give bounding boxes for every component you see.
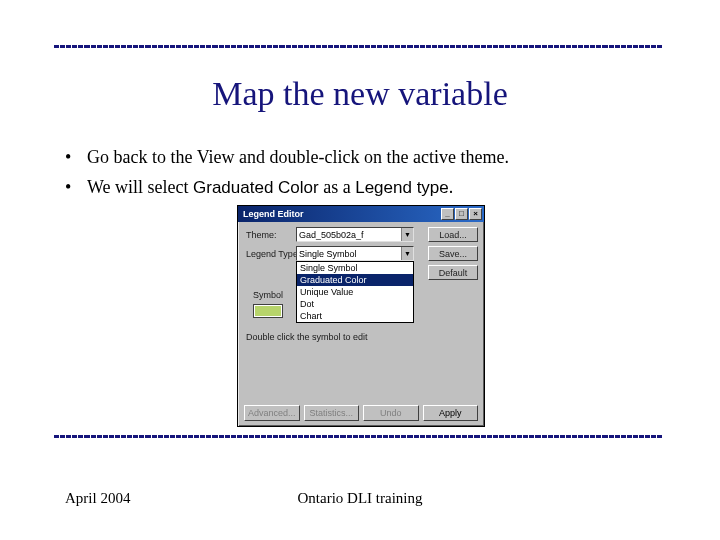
slide: Map the new variable • Go back to the Vi… [0,0,720,540]
middle-divider [54,435,664,438]
bullet-dot: • [65,145,87,169]
bullet-item: • Go back to the View and double-click o… [65,145,655,169]
bullet-fragment: Legend type [355,178,449,197]
statistics-button[interactable]: Statistics... [304,405,360,421]
symbol-label: Symbol [253,290,283,300]
doubleclick-hint: Double click the symbol to edit [246,332,368,342]
bullet-dot: • [65,175,87,200]
close-button[interactable]: × [469,208,482,220]
apply-button[interactable]: Apply [423,405,479,421]
option-single-symbol[interactable]: Single Symbol [297,262,413,274]
option-graduated-color[interactable]: Graduated Color [297,274,413,286]
option-dot[interactable]: Dot [297,298,413,310]
minimize-button[interactable]: _ [441,208,454,220]
top-divider [54,45,664,48]
bullet-fragment: We will select [87,177,193,197]
advanced-button[interactable]: Advanced... [244,405,300,421]
chevron-down-icon[interactable]: ▼ [401,247,413,260]
legend-type-options: Single Symbol Graduated Color Unique Val… [296,261,414,323]
bullet-fragment: Graduated Color [193,178,319,197]
bullet-fragment: as a [319,177,355,197]
footer-center: Ontario DLI training [0,490,720,507]
default-button[interactable]: Default [428,265,478,280]
save-button[interactable]: Save... [428,246,478,261]
bullet-text: Go back to the View and double-click on … [87,145,655,169]
load-button[interactable]: Load... [428,227,478,242]
bullet-fragment: . [449,177,454,197]
theme-label: Theme: [246,230,277,240]
symbol-swatch[interactable] [253,304,283,318]
theme-dropdown[interactable]: Gad_505b02a_f ▼ [296,227,414,242]
bullet-text: We will select Graduated Color as a Lege… [87,175,655,200]
dialog-body: Theme: Gad_505b02a_f ▼ Legend Type: Sing… [238,222,484,426]
chevron-down-icon[interactable]: ▼ [401,228,413,241]
page-title: Map the new variable [0,75,720,113]
theme-value: Gad_505b02a_f [299,230,364,240]
dialog-bottom-bar: Advanced... Statistics... Undo Apply [244,405,478,421]
option-unique-value[interactable]: Unique Value [297,286,413,298]
dialog-title: Legend Editor [240,209,440,219]
bullet-item: • We will select Graduated Color as a Le… [65,175,655,200]
bullet-list: • Go back to the View and double-click o… [65,145,655,206]
dialog-titlebar[interactable]: Legend Editor _ □ × [238,206,484,222]
legend-type-value: Single Symbol [299,249,357,259]
legend-type-label: Legend Type: [246,249,300,259]
legend-editor-dialog: Legend Editor _ □ × Theme: Gad_505b02a_f… [237,205,485,427]
option-chart[interactable]: Chart [297,310,413,322]
maximize-button[interactable]: □ [455,208,468,220]
undo-button[interactable]: Undo [363,405,419,421]
legend-type-dropdown[interactable]: Single Symbol ▼ [296,246,414,261]
